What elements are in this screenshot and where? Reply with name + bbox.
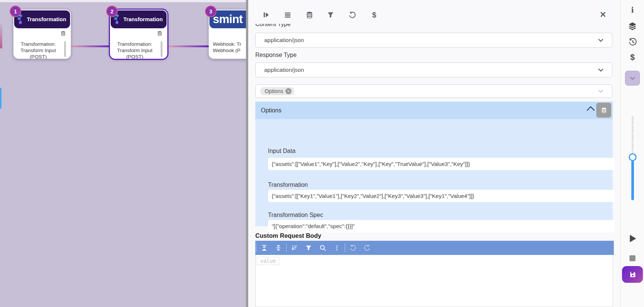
incoming-edge-segment	[0, 24, 2, 48]
node-order-badge: 1	[10, 6, 21, 17]
input-data-label: Input Data	[268, 148, 296, 154]
node-header: Transformation	[111, 10, 167, 28]
edge-node2-node3	[166, 45, 210, 47]
run-play-button[interactable]	[629, 234, 637, 244]
cost-dollar-icon[interactable]: $	[630, 52, 635, 62]
app-root: 1 Transformation Transformation: Transfo…	[0, 0, 644, 307]
node-transformation-2[interactable]: 2 Transformation Transformation: Transfo…	[110, 10, 167, 59]
undo-icon[interactable]	[347, 10, 357, 20]
canvas-left-scroll-indicator[interactable]	[0, 88, 1, 109]
zoom-slider-track[interactable]	[632, 116, 634, 154]
resume-step-icon[interactable]	[261, 10, 271, 20]
input-data-field[interactable]: {"assets":[["Value1","Key"],["Value2","K…	[268, 158, 615, 170]
node-transformation-1[interactable]: 1 Transformation Transformation: Transfo…	[13, 10, 71, 59]
zoom-slider-handle[interactable]	[629, 153, 637, 161]
history-icon[interactable]	[628, 37, 637, 46]
node-header: Transformation	[14, 10, 70, 28]
node-order-badge: 3	[205, 6, 217, 17]
chevron-up-icon[interactable]	[586, 106, 595, 113]
lines-menu-icon[interactable]	[283, 10, 293, 20]
node-description: Transformation: Transform Input (POST)	[112, 41, 157, 59]
more-vertical-icon[interactable]	[330, 241, 344, 255]
node-description: Webhook: Tr Webhook (P	[213, 41, 246, 59]
node-description: Transformation: Transform Input (POST)	[16, 41, 61, 59]
node-title: Transformation	[123, 16, 163, 22]
workflow-canvas[interactable]: 1 Transformation Transformation: Transfo…	[0, 0, 246, 307]
canvas-top-gutter	[0, 0, 246, 2]
info-icon[interactable]: i	[631, 5, 634, 15]
toolbar-separator	[345, 243, 345, 252]
slider-tick	[632, 150, 633, 151]
options-section-body: Input Data {"assets":[["Value1","Key"],[…	[255, 119, 613, 226]
chip-remove-icon[interactable]: ×	[285, 88, 291, 94]
options-section-title: Options	[261, 107, 281, 114]
database-icon	[157, 31, 162, 38]
panel-toolbar: $ ×	[248, 0, 621, 24]
close-panel-button[interactable]: ×	[598, 10, 608, 20]
chevron-down-icon	[629, 76, 635, 80]
content-type-select[interactable]: application/json	[255, 33, 612, 48]
filter-icon[interactable]	[302, 241, 316, 255]
undo-icon[interactable]	[346, 241, 360, 255]
chevron-down-icon	[598, 67, 604, 73]
slider-tick	[632, 133, 633, 134]
node-order-badge: 2	[106, 6, 118, 17]
filter-icon[interactable]	[326, 10, 335, 20]
chevron-down-icon	[598, 37, 604, 44]
collapse-all-icon[interactable]	[271, 241, 285, 255]
database-icon	[601, 107, 607, 113]
collapse-chevron-button[interactable]	[625, 71, 640, 86]
chevron-down-icon	[598, 88, 604, 95]
slider-tick	[632, 125, 633, 126]
dollar-icon[interactable]: $	[369, 10, 379, 20]
zoom-slider-fill[interactable]	[631, 161, 634, 200]
transformation-label: Transformation	[268, 182, 308, 188]
node-config-panel: Content Type $ × application/json	[248, 0, 621, 307]
json-value-placeholder[interactable]: value	[257, 257, 279, 265]
options-multiselect[interactable]: Options ×	[255, 84, 612, 98]
sort-icon[interactable]	[287, 241, 302, 255]
slider-tick	[632, 141, 633, 143]
response-type-value: application/json	[256, 67, 304, 73]
edge-node1-node2	[69, 45, 111, 47]
node-scrollbar[interactable]	[161, 41, 162, 57]
redo-icon[interactable]	[360, 241, 374, 255]
transformation-field[interactable]: {"assets":[["Key1","Value1"],["Key2","Va…	[268, 190, 615, 202]
database-icon	[60, 31, 66, 38]
json-editor-toolbar	[255, 241, 614, 255]
stop-button[interactable]	[629, 255, 635, 261]
options-section: Options Input Data {"assets":[["Value1",…	[255, 102, 613, 226]
options-chip-label: Options	[265, 88, 283, 94]
content-type-value: application/json	[256, 37, 304, 44]
response-type-select[interactable]: application/json	[255, 63, 612, 77]
transformation-spec-field[interactable]: "[{"operation":"default","spec":{}}]"	[268, 220, 615, 232]
floppy-save-icon	[629, 271, 636, 278]
options-section-header[interactable]: Options	[255, 102, 613, 119]
toolbar-separator	[256, 243, 256, 252]
json-editor[interactable]: value	[255, 241, 613, 307]
options-database-button[interactable]	[596, 103, 611, 118]
options-chip: Options ×	[260, 87, 294, 95]
node-webhook-3[interactable]: 3 smint Webhook: Tr Webhook (P	[209, 10, 246, 59]
expand-all-icon[interactable]	[257, 241, 271, 255]
custom-request-body-label: Custom Request Body	[255, 232, 321, 239]
search-icon[interactable]	[316, 241, 330, 255]
node-title: Transformation	[27, 16, 66, 22]
smint-logo: smint	[213, 13, 243, 26]
transformation-spec-label: Transformation Spec	[268, 212, 323, 218]
layers-icon[interactable]	[628, 22, 637, 31]
database-icon[interactable]	[304, 10, 314, 20]
right-sidebar: i $	[621, 0, 644, 307]
response-type-label: Response Type	[255, 52, 297, 58]
node-scrollbar[interactable]	[64, 41, 66, 57]
toolbar-separator	[286, 243, 287, 252]
save-button[interactable]	[622, 266, 643, 283]
